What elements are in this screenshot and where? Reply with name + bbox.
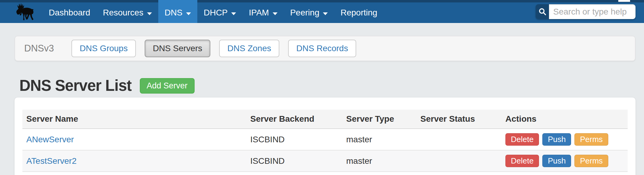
- server-table: Server NameServer BackendServer TypeServ…: [22, 110, 628, 172]
- brand-logo[interactable]: [15, 2, 38, 22]
- nav-item-label: Resources: [103, 8, 143, 18]
- cell-server-name: ATestServer2: [22, 150, 246, 172]
- cell-actions: DeletePushPerms: [501, 129, 628, 150]
- cell-server-name: ANewServer: [22, 129, 246, 150]
- cell-type: master: [342, 150, 416, 172]
- server-name-link[interactable]: ATestServer2: [26, 156, 77, 166]
- subnav-dns-records[interactable]: DNS Records: [288, 40, 356, 57]
- delete-button[interactable]: Delete: [505, 155, 539, 167]
- subnav-label: DNSv3: [24, 43, 54, 54]
- chevron-down-icon: [273, 12, 278, 15]
- cell-backend: ISCBIND: [246, 150, 342, 172]
- push-button[interactable]: Push: [542, 133, 571, 146]
- cell-status: [416, 150, 501, 172]
- chevron-down-icon: [323, 12, 328, 15]
- subnav-dns-zones[interactable]: DNS Zones: [219, 40, 279, 57]
- top-navbar: DashboardResourcesDNSDHCPIPAMPeeringRepo…: [0, 0, 644, 23]
- nav-item-label: DHCP: [204, 8, 228, 18]
- table-header-row: Server NameServer BackendServer TypeServ…: [22, 110, 628, 129]
- row-actions: DeletePushPerms: [505, 155, 628, 167]
- subnav-buttons: DNS GroupsDNS ServersDNS ZonesDNS Record…: [71, 40, 365, 57]
- nav-item-ipam[interactable]: IPAM: [242, 0, 284, 23]
- column-header: Server Backend: [246, 110, 342, 129]
- search-group: [536, 4, 636, 19]
- row-actions: DeletePushPerms: [505, 133, 628, 146]
- server-name-link[interactable]: ANewServer: [26, 135, 74, 144]
- nav-item-label: Peering: [290, 8, 320, 18]
- subnav-dns-servers[interactable]: DNS Servers: [145, 40, 210, 57]
- perms-button[interactable]: Perms: [574, 155, 608, 167]
- search-input[interactable]: [549, 4, 636, 19]
- cell-status: [416, 129, 501, 150]
- nav-item-label: Reporting: [340, 8, 377, 18]
- table-row: ANewServerISCBINDmasterDeletePushPerms: [22, 129, 628, 150]
- dns-subnav-panel: DNSv3 DNS GroupsDNS ServersDNS ZonesDNS …: [15, 36, 636, 61]
- chevron-down-icon: [231, 12, 236, 15]
- nav-item-dashboard[interactable]: Dashboard: [42, 0, 97, 23]
- nav-item-dhcp[interactable]: DHCP: [197, 0, 242, 23]
- nav-item-dns[interactable]: DNS: [158, 0, 197, 23]
- perms-button[interactable]: Perms: [574, 133, 608, 146]
- column-header: Server Status: [416, 110, 501, 129]
- table-row: ATestServer2ISCBINDmasterDeletePushPerms: [22, 150, 628, 172]
- add-server-button[interactable]: Add Server: [140, 78, 195, 94]
- nav-item-reporting[interactable]: Reporting: [334, 0, 383, 23]
- server-table-body: ANewServerISCBINDmasterDeletePushPermsAT…: [22, 129, 628, 172]
- chevron-down-icon: [147, 12, 152, 15]
- nav-item-resources[interactable]: Resources: [97, 0, 158, 23]
- server-table-card: Server NameServer BackendServer TypeServ…: [15, 97, 636, 175]
- moose-icon: [15, 18, 38, 23]
- page-header: DNS Server List Add Server: [19, 76, 195, 95]
- cell-type: master: [342, 129, 416, 150]
- subnav-dns-groups[interactable]: DNS Groups: [71, 40, 136, 57]
- nav-item-label: DNS: [165, 8, 182, 18]
- search-icon-box: [536, 4, 549, 19]
- top-edge-artifact: [618, 0, 630, 2]
- cell-backend: ISCBIND: [246, 129, 342, 150]
- push-button[interactable]: Push: [542, 155, 571, 167]
- page-title: DNS Server List: [19, 76, 132, 95]
- column-header: Actions: [501, 110, 628, 129]
- cell-actions: DeletePushPerms: [501, 150, 628, 172]
- column-header: Server Name: [22, 110, 246, 129]
- nav-item-peering[interactable]: Peering: [284, 0, 334, 23]
- search-icon: [538, 8, 547, 16]
- nav-item-label: Dashboard: [49, 8, 90, 18]
- nav-menu: DashboardResourcesDNSDHCPIPAMPeeringRepo…: [42, 0, 384, 23]
- column-header: Server Type: [342, 110, 416, 129]
- delete-button[interactable]: Delete: [505, 133, 539, 146]
- chevron-down-icon: [186, 12, 191, 15]
- nav-item-label: IPAM: [249, 8, 269, 18]
